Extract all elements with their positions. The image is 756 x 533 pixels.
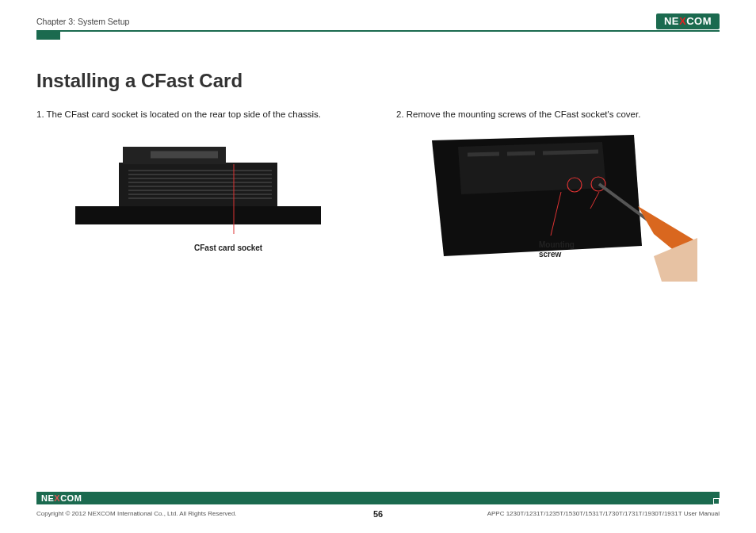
page-header: Chapter 3: System Setup NEXCOM <box>36 14 720 32</box>
svg-line-16 <box>507 153 535 154</box>
copyright-text: Copyright © 2012 NEXCOM International Co… <box>36 510 237 517</box>
svg-rect-1 <box>119 163 277 206</box>
svg-marker-14 <box>458 142 606 194</box>
figure-2-caption: Mounting screw <box>539 240 575 259</box>
svg-rect-0 <box>75 206 321 224</box>
svg-line-15 <box>468 154 499 155</box>
svg-line-17 <box>543 151 598 153</box>
brand-logo-bottom: NEXCOM <box>41 493 82 503</box>
footer-bar: NEXCOM <box>36 492 720 504</box>
manual-name: APPC 1230T/1231T/1235T/1530T/1531T/1730T… <box>487 510 720 517</box>
brand-pre: NE <box>664 15 679 27</box>
footer-text-row: Copyright © 2012 NEXCOM International Co… <box>36 510 720 517</box>
brand-logo-top: NEXCOM <box>656 13 720 29</box>
caption-2-line2: screw <box>539 250 561 259</box>
caption-2-line1: Mounting <box>539 240 575 249</box>
chapter-label: Chapter 3: System Setup <box>36 17 129 29</box>
brand-post: COM <box>686 15 712 27</box>
figure-1-device-side <box>75 139 321 234</box>
step-2-text: 2. Remove the mounting screws of the CFa… <box>396 109 713 119</box>
brand-x: X <box>679 15 686 27</box>
step-1-text: 1. The CFast card socket is located on t… <box>36 109 369 119</box>
page-title: Installing a CFast Card <box>36 70 242 92</box>
figure-1-caption: CFast card socket <box>194 243 262 252</box>
footer-accent-square <box>713 498 720 504</box>
page-number: 56 <box>373 509 383 519</box>
header-accent-block <box>36 30 60 40</box>
